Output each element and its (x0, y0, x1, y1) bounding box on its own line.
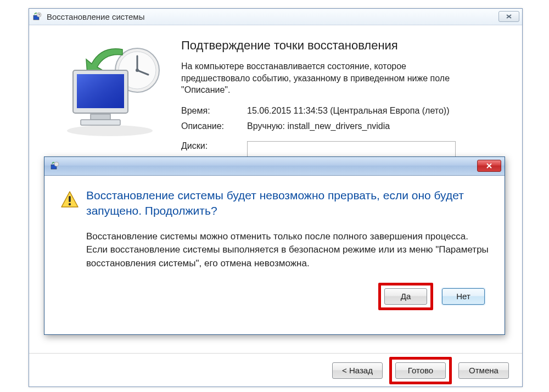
confirm-titlebar[interactable] (44, 157, 505, 176)
svg-point-11 (136, 69, 139, 72)
wizard-description: На компьютере восстанавливается состояни… (181, 60, 467, 96)
system-restore-icon (32, 12, 42, 22)
confirm-dialog: Восстановление системы будет невозможно … (44, 156, 505, 335)
svg-rect-15 (91, 114, 110, 120)
confirm-close-button[interactable] (477, 160, 501, 172)
svg-rect-21 (69, 196, 71, 202)
description-row: Описание: Вручную: install_new_drivers_n… (181, 121, 510, 131)
highlight-finish: Готово (389, 357, 452, 384)
no-button[interactable]: Нет (442, 288, 485, 305)
close-icon (506, 14, 512, 19)
description-value: Вручную: install_new_drivers_nvidia (247, 121, 510, 131)
main-titlebar[interactable]: Восстановление системы (29, 9, 522, 25)
time-label: Время: (181, 106, 247, 116)
time-row: Время: 15.06.2015 11:34:53 (Центральная … (181, 106, 510, 116)
svg-point-6 (67, 125, 153, 136)
svg-rect-16 (81, 120, 120, 125)
confirm-button-row: Да Нет (86, 283, 489, 310)
main-window-title: Восстановление системы (47, 12, 144, 21)
close-icon (485, 163, 493, 169)
confirm-body: Восстановление системы будет невозможно … (44, 176, 505, 317)
highlight-yes: Да (378, 283, 433, 310)
warning-icon (60, 190, 80, 210)
back-button[interactable]: < Назад (332, 362, 383, 379)
svg-rect-14 (77, 74, 124, 108)
main-close-button[interactable] (498, 11, 519, 22)
description-label: Описание: (181, 121, 247, 131)
wizard-heading: Подтверждение точки восстановления (181, 38, 510, 53)
finish-button[interactable]: Готово (395, 362, 446, 379)
warning-icon-column (60, 188, 86, 310)
cancel-button[interactable]: Отмена (458, 362, 509, 379)
system-restore-icon (50, 161, 60, 171)
svg-point-22 (69, 203, 71, 205)
confirm-text-column: Восстановление системы будет невозможно … (86, 188, 489, 310)
wizard-button-bar: < Назад Готово Отмена (29, 353, 522, 387)
yes-button[interactable]: Да (384, 288, 427, 305)
confirm-paragraph: Восстановление системы можно отменить то… (86, 230, 489, 271)
svg-point-18 (54, 162, 59, 166)
confirm-headline: Восстановление системы будет невозможно … (86, 188, 489, 219)
time-value: 15.06.2015 11:34:53 (Центральная Европа … (247, 106, 510, 116)
system-restore-illustration (58, 43, 165, 139)
